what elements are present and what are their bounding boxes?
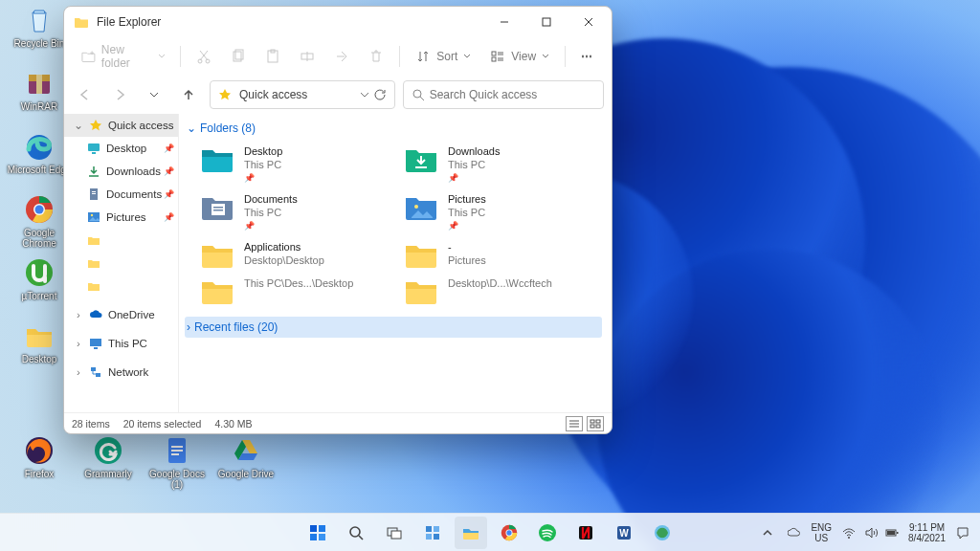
sidebar-item-folder[interactable] (64, 275, 178, 298)
content-pane: ⌄ Folders (8) DesktopThis PC📌DownloadsTh… (179, 114, 612, 412)
network-icon (89, 365, 102, 379)
volume-icon[interactable] (864, 526, 878, 540)
paste-button[interactable] (257, 42, 288, 71)
desktop-icon-gdocs[interactable]: Google Docs (1) (144, 434, 211, 492)
folder-item[interactable]: DownloadsThis PC📌 (402, 143, 596, 187)
search-box[interactable] (403, 80, 604, 109)
titlebar[interactable]: File Explorer (64, 7, 612, 37)
taskbar-app-button[interactable] (646, 517, 679, 549)
taskbar-explorer-button[interactable] (455, 517, 487, 549)
sidebar-thispc[interactable]: ›This PC (64, 332, 178, 355)
sidebar-item-label: Documents (106, 188, 162, 200)
chevron-right-icon: › (74, 338, 83, 349)
group-recent-header[interactable]: › Recent files (20) (185, 317, 602, 338)
sidebar-network[interactable]: ›Network (64, 361, 178, 384)
copy-icon (231, 49, 246, 64)
folder-item[interactable]: Desktop\D...\Wccftech (402, 275, 596, 307)
nav-forward-button[interactable] (106, 81, 133, 108)
address-bar[interactable]: Quick access (210, 80, 395, 109)
sidebar-label: This PC (108, 338, 147, 349)
more-button[interactable]: ⋯ (573, 42, 602, 71)
address-row: Quick access (64, 76, 612, 114)
folder-name: Applications (244, 240, 324, 253)
nav-up-button[interactable] (175, 81, 202, 108)
folder-item[interactable]: PicturesThis PC📌 (402, 190, 596, 234)
folder-item[interactable]: ApplicationsDesktop\Desktop (198, 238, 392, 271)
sidebar-item-folder[interactable] (64, 229, 178, 252)
folder-icon (87, 279, 100, 293)
folder-name: Desktop (244, 144, 282, 158)
sidebar-item-downloads[interactable]: Downloads📌 (64, 160, 178, 183)
folder-icon (74, 14, 89, 30)
sidebar-item-desktop[interactable]: Desktop📌 (64, 137, 178, 160)
nav-back-button[interactable] (72, 81, 99, 108)
svg-point-6 (35, 206, 44, 214)
rename-button[interactable] (292, 42, 323, 71)
cut-icon (196, 49, 212, 64)
clock[interactable]: 9:11 PM 8/4/2021 (908, 522, 946, 543)
sort-icon (415, 49, 431, 64)
desktop-icon-label: WinRAR (21, 101, 57, 112)
desktop-icon-grammarly[interactable]: Grammarly (75, 434, 142, 492)
copy-button[interactable] (223, 42, 254, 71)
delete-button[interactable] (361, 42, 391, 71)
folder-item[interactable]: DocumentsThis PC📌 (198, 190, 392, 234)
folder-item[interactable]: This PC\Des...\Desktop (198, 275, 392, 307)
svg-rect-34 (91, 367, 96, 371)
svg-rect-14 (543, 18, 550, 26)
close-button[interactable] (568, 8, 610, 36)
chevron-down-icon (463, 53, 471, 60)
sidebar-item-pictures[interactable]: Pictures📌 (64, 206, 178, 229)
tiles-view-button[interactable] (587, 416, 604, 431)
search-input[interactable] (430, 88, 595, 101)
sidebar-item-folder[interactable] (64, 252, 178, 275)
nav-recent-button[interactable] (141, 81, 167, 108)
desktop-icon-gdrive[interactable]: Google Drive (212, 434, 279, 492)
task-view-button[interactable] (378, 517, 411, 549)
svg-rect-26 (92, 152, 96, 154)
desktop-icon-label: Recycle Bin (14, 38, 65, 49)
new-folder-button[interactable]: New folder (74, 42, 172, 71)
svg-rect-40 (590, 420, 594, 423)
pin-icon: 📌 (244, 171, 282, 185)
maximize-button[interactable] (525, 8, 568, 36)
svg-rect-44 (310, 525, 317, 532)
sort-button[interactable]: Sort (408, 42, 479, 71)
taskbar-netflix-button[interactable] (569, 517, 602, 549)
group-folders-header[interactable]: ⌄ Folders (8) (185, 118, 602, 139)
chevron-down-icon[interactable] (360, 90, 369, 99)
details-view-button[interactable] (566, 416, 583, 431)
share-button[interactable] (326, 42, 357, 71)
svg-rect-38 (213, 209, 223, 211)
language-indicator[interactable]: ENG US (811, 522, 832, 543)
chevron-right-icon: › (187, 320, 190, 334)
tray-overflow-button[interactable] (757, 517, 778, 549)
rename-icon (300, 49, 315, 64)
svg-rect-2 (36, 75, 42, 94)
widgets-button[interactable] (416, 517, 449, 549)
start-button[interactable] (301, 517, 334, 549)
folder-item[interactable]: DesktopThis PC📌 (198, 143, 392, 187)
view-button[interactable]: View (482, 42, 557, 71)
sidebar-item-label: Downloads (106, 165, 161, 177)
minimize-button[interactable] (483, 8, 525, 36)
taskbar-chrome-button[interactable] (493, 517, 525, 549)
folder-item[interactable]: -Pictures (402, 238, 596, 271)
notifications-button[interactable] (955, 525, 970, 540)
folder-icon (200, 240, 234, 269)
desktop-icon-firefox[interactable]: Firefox (6, 434, 73, 492)
taskbar-spotify-button[interactable] (531, 517, 564, 549)
cut-button[interactable] (189, 42, 219, 71)
sidebar-item-label: Pictures (106, 211, 146, 223)
taskbar-word-button[interactable]: W (608, 517, 640, 549)
chevron-down-icon: ⌄ (74, 119, 83, 132)
battery-icon[interactable] (885, 526, 899, 540)
wifi-icon[interactable] (841, 526, 857, 540)
taskbar-search-button[interactable] (340, 517, 372, 549)
sidebar-onedrive[interactable]: ›OneDrive (64, 303, 178, 326)
refresh-icon[interactable] (373, 88, 387, 101)
onedrive-tray-icon[interactable] (788, 526, 801, 540)
folder-path: This PC\Des...\Desktop (244, 276, 353, 290)
sidebar-quick-access[interactable]: ⌄ Quick access (64, 114, 178, 137)
sidebar-item-documents[interactable]: Documents📌 (64, 183, 178, 206)
